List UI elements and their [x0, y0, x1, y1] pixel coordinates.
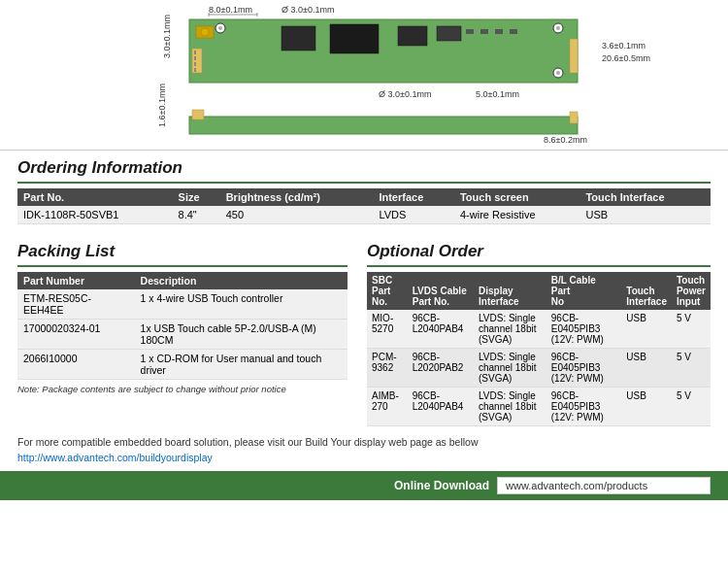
optional-title: Optional Order	[367, 242, 711, 261]
svg-text:Ø 3.0±0.1mm: Ø 3.0±0.1mm	[379, 89, 431, 99]
table-row: 2066I100001 x CD-ROM for User manual and…	[17, 350, 347, 380]
svg-text:3.6±0.1mm: 3.6±0.1mm	[602, 41, 645, 51]
svg-rect-25	[466, 29, 474, 34]
svg-rect-28	[510, 29, 517, 34]
svg-rect-17	[437, 26, 461, 41]
optional-header-row: SBCPart No. LVDS CablePart No. DisplayIn…	[367, 272, 711, 310]
optional-table: SBCPart No. LVDS CablePart No. DisplayIn…	[367, 272, 711, 426]
opt-col-power: TouchPowerInput	[672, 272, 711, 310]
table-row: 17000020324-011x USB Touch cable 5P-2.0/…	[17, 320, 347, 350]
svg-rect-12	[194, 62, 196, 66]
opt-col-sbc: SBCPart No.	[367, 272, 408, 310]
col-touchinterface: Touch Interface	[579, 188, 711, 206]
packing-col-part: Part Number	[17, 272, 135, 289]
packing-note: Note: Package contents are subject to ch…	[17, 384, 347, 394]
col-brightness: Brightness (cd/m²)	[220, 188, 374, 206]
svg-rect-24	[570, 39, 578, 73]
table-row: ETM-RES05C-EEH4EE1 x 4-wire USB Touch co…	[17, 289, 347, 320]
svg-point-21	[556, 26, 560, 30]
svg-rect-13	[194, 68, 196, 72]
svg-rect-33	[189, 117, 578, 134]
ordering-section: Ordering Information Part No. Size Brigh…	[0, 151, 728, 234]
online-download-bar: Online Download www.advantech.com/produc…	[0, 471, 728, 500]
diagram-area: 8.0±0.1mm Ø 3.0±0.1mm 3.0±0.1mm	[0, 0, 728, 151]
packing-section: Packing List Part Number Description ETM…	[17, 242, 347, 426]
opt-col-lvds: LVDS CablePart No.	[408, 272, 474, 310]
ordering-header-row: Part No. Size Brightness (cd/m²) Interfa…	[17, 188, 711, 206]
svg-rect-15	[330, 24, 379, 53]
svg-point-19	[218, 26, 222, 30]
table-row: AIMB-27096CB-L2040PAB4LVDS: Single chann…	[367, 388, 711, 426]
svg-text:3.0±0.1mm: 3.0±0.1mm	[162, 15, 172, 58]
svg-text:20.6±0.5mm: 20.6±0.5mm	[602, 53, 650, 63]
opt-col-touch: TouchInterface	[621, 272, 672, 310]
col-partno: Part No.	[17, 188, 173, 206]
table-row: PCM-936296CB-L2020PAB2LVDS: Single chann…	[367, 349, 711, 388]
table-row: MIO-527096CB-L2040PAB4LVDS: Single chann…	[367, 310, 711, 349]
svg-rect-34	[192, 110, 204, 119]
ordering-title: Ordering Information	[17, 158, 711, 178]
svg-rect-27	[495, 29, 503, 34]
online-download-label: Online Download	[394, 479, 489, 492]
svg-text:1.6±0.1mm: 1.6±0.1mm	[157, 84, 167, 127]
svg-rect-9	[192, 49, 202, 73]
table-row: IDK-1108R-50SVB18.4"450LVDS4-wire Resist…	[17, 206, 711, 224]
packing-col-desc: Description	[135, 272, 347, 289]
optional-section: Optional Order SBCPart No. LVDS CablePar…	[367, 242, 711, 426]
pcb-diagram: 8.0±0.1mm Ø 3.0±0.1mm 3.0±0.1mm	[19, 5, 709, 146]
col-interface: Interface	[373, 188, 454, 206]
svg-point-23	[556, 71, 560, 75]
svg-rect-26	[480, 29, 488, 34]
svg-point-8	[201, 28, 209, 36]
packing-header-row: Part Number Description	[17, 272, 347, 289]
svg-text:5.0±0.1mm: 5.0±0.1mm	[476, 89, 519, 99]
svg-rect-14	[281, 26, 315, 51]
col-size: Size	[173, 188, 220, 206]
opt-col-bl: B/L Cable PartNo	[546, 272, 621, 310]
svg-text:Ø 3.0±0.1mm: Ø 3.0±0.1mm	[281, 5, 334, 15]
svg-rect-11	[194, 56, 196, 60]
svg-text:8.0±0.1mm: 8.0±0.1mm	[209, 5, 252, 15]
ordering-table: Part No. Size Brightness (cd/m²) Interfa…	[17, 188, 711, 224]
opt-col-display: DisplayInterface	[474, 272, 546, 310]
bottom-area: Packing List Part Number Description ETM…	[0, 242, 728, 426]
footer-link[interactable]: http://www.advantech.com/buildyourdispla…	[0, 452, 728, 463]
col-touchscreen: Touch screen	[454, 188, 579, 206]
packing-title: Packing List	[17, 242, 347, 261]
packing-table: Part Number Description ETM-RES05C-EEH4E…	[17, 272, 347, 380]
online-download-url[interactable]: www.advantech.com/products	[497, 477, 711, 494]
svg-text:8.6±0.2mm: 8.6±0.2mm	[544, 135, 587, 145]
svg-rect-35	[570, 112, 578, 123]
svg-rect-10	[194, 51, 196, 54]
svg-rect-6	[189, 19, 578, 83]
footer-text: For more compatible embedded board solut…	[0, 426, 728, 452]
svg-rect-16	[398, 26, 427, 46]
